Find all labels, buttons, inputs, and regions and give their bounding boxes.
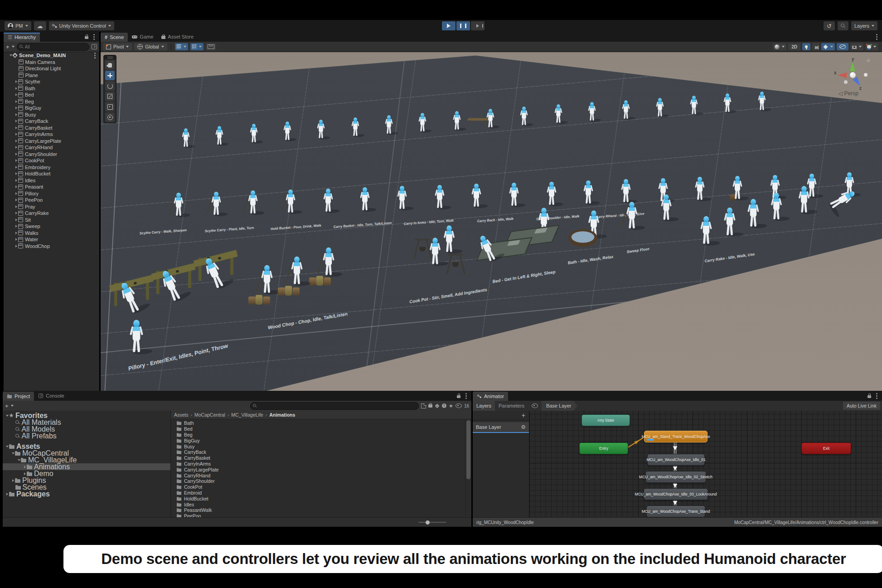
animator-layers-tab[interactable]: Layers	[473, 401, 495, 411]
expand-arrow-icon[interactable]	[15, 140, 17, 142]
expand-arrow-icon[interactable]	[15, 192, 17, 195]
hierarchy-root-item[interactable]: Scene_Demo_MAIN	[4, 52, 99, 59]
project-folder-row[interactable]: Beg	[176, 432, 465, 438]
expand-arrow-icon[interactable]	[6, 493, 8, 496]
expand-arrow-icon[interactable]	[24, 472, 26, 475]
gizmo-knob[interactable]	[844, 80, 848, 84]
hierarchy-item[interactable]: Beg	[4, 98, 99, 105]
breadcrumb-segment[interactable]: Assets	[174, 412, 189, 418]
hierarchy-item[interactable]: CarryLargePlate	[4, 138, 99, 145]
hierarchy-item[interactable]: CarryRake	[4, 210, 99, 217]
expand-arrow-icon[interactable]	[15, 225, 17, 228]
scene-prop-logs[interactable]	[309, 273, 331, 285]
project-folder-row[interactable]: CarryRHand	[176, 472, 465, 478]
breadcrumb-segment[interactable]: Animations	[269, 412, 295, 418]
pause-button[interactable]	[456, 21, 470, 30]
expand-arrow-icon[interactable]	[15, 146, 17, 149]
chevron-down-icon[interactable]	[12, 46, 15, 48]
pivot-dropdown[interactable]: Pivot	[103, 43, 132, 50]
expand-arrow-icon[interactable]	[15, 120, 17, 122]
tab-asset-store[interactable]: Asset Store	[157, 32, 198, 42]
kebab-menu-icon[interactable]	[94, 55, 96, 56]
project-folder-row[interactable]: PeasantWalk	[176, 507, 465, 513]
hierarchy-item[interactable]: CarryRHand	[4, 144, 99, 151]
expand-arrow-icon[interactable]	[10, 54, 12, 56]
alert-icon[interactable]: !	[442, 403, 446, 408]
expand-arrow-icon[interactable]	[15, 80, 17, 83]
favorite-star-icon[interactable]: ★	[449, 403, 453, 408]
breadcrumb-segment[interactable]: MC_VillageLife	[231, 412, 263, 418]
project-folder-row[interactable]: Bath	[176, 420, 465, 426]
expand-arrow-icon[interactable]	[15, 159, 17, 162]
move-tool-button[interactable]	[105, 71, 115, 80]
expand-arrow-icon[interactable]	[15, 153, 17, 156]
visibility-eye-icon[interactable]	[456, 403, 462, 408]
expand-arrow-icon[interactable]	[6, 446, 9, 447]
expand-arrow-icon[interactable]	[12, 479, 14, 482]
hierarchy-item[interactable]: BigGuy	[4, 105, 99, 112]
expand-arrow-icon[interactable]	[15, 172, 17, 175]
scene-prop-logs[interactable]	[278, 284, 300, 296]
base-layer-item[interactable]: Base Layer ⚙	[473, 422, 529, 432]
tab-game[interactable]: Game	[128, 32, 157, 42]
open-in-new-icon[interactable]	[421, 403, 426, 408]
expand-arrow-icon[interactable]	[15, 205, 17, 208]
hierarchy-item[interactable]: PeePoo	[4, 197, 99, 204]
undo-history-button[interactable]: ↺	[824, 21, 835, 30]
hierarchy-item[interactable]: Sit	[4, 217, 99, 224]
camera-dropdown[interactable]	[850, 43, 863, 50]
project-folder-row[interactable]: Embroid	[176, 490, 465, 496]
scale-tool-button[interactable]	[105, 92, 115, 101]
expand-arrow-icon[interactable]	[12, 452, 15, 454]
breadcrumb-segment[interactable]: MoCapCentral	[194, 412, 225, 418]
expand-arrow-icon[interactable]	[15, 166, 17, 169]
hidden-objects-toggle[interactable]	[837, 43, 848, 50]
icon-size-slider[interactable]	[418, 522, 446, 523]
animator-graph[interactable]: Any StateEntryMCU_am_Stand_Trans_WoodCho…	[529, 411, 882, 518]
perspective-label[interactable]: ◁ Persp	[838, 90, 858, 97]
hierarchy-item[interactable]: Peasant	[4, 184, 99, 190]
project-folder-row[interactable]: CarryBasket	[176, 455, 465, 461]
project-search-input[interactable]	[251, 403, 418, 409]
expand-arrow-icon[interactable]	[15, 212, 17, 214]
palette-grip[interactable]	[104, 55, 116, 59]
project-folder-row[interactable]: CarryBack	[176, 449, 465, 455]
chevron-down-icon[interactable]	[11, 405, 14, 407]
expand-arrow-icon[interactable]	[15, 238, 17, 241]
animator-breadcrumb[interactable]: Base Layer	[542, 401, 578, 411]
expand-arrow-icon[interactable]	[15, 107, 17, 109]
gear-icon[interactable]: ⚙	[521, 424, 526, 430]
lock-icon[interactable]	[457, 395, 460, 398]
expand-arrow-icon[interactable]	[18, 459, 20, 461]
account-button[interactable]: PM	[5, 21, 31, 30]
rotate-tool-button[interactable]	[105, 81, 115, 91]
add-object-button[interactable]: +	[6, 44, 10, 50]
hierarchy-item[interactable]: CarryBasket	[4, 125, 99, 131]
hand-tool-button[interactable]	[105, 60, 115, 70]
global-dropdown[interactable]: Global	[134, 43, 167, 50]
expand-arrow-icon[interactable]	[15, 179, 17, 182]
project-tree-item[interactable]: MC_VillageLife	[3, 457, 170, 463]
hierarchy-item[interactable]: Sweep	[4, 223, 99, 230]
gizmo-knob[interactable]	[864, 73, 867, 77]
hierarchy-search-input[interactable]	[17, 44, 89, 50]
expand-arrow-icon[interactable]	[15, 93, 17, 96]
gizmo-center[interactable]	[850, 72, 856, 78]
play-button[interactable]	[442, 21, 456, 30]
expand-arrow-icon[interactable]	[15, 113, 17, 116]
scene-prop-bath[interactable]	[568, 229, 597, 248]
lock-icon[interactable]	[867, 395, 871, 398]
tag-icon[interactable]	[435, 403, 440, 408]
hierarchy-item[interactable]: Embroidery	[4, 164, 99, 171]
hierarchy-item[interactable]: Water	[4, 236, 99, 243]
hierarchy-item[interactable]: CarryShoulder	[4, 151, 99, 158]
hierarchy-item[interactable]: Main Camera	[4, 59, 99, 66]
project-tree-item[interactable]: Animations	[3, 463, 170, 470]
picking-toggle-icon[interactable]	[92, 44, 97, 49]
shading-mode-dropdown[interactable]	[773, 43, 786, 50]
package-icon[interactable]	[428, 404, 432, 408]
hierarchy-item[interactable]: Walks	[4, 230, 99, 237]
animator-state-i4[interactable]: MCU_am_WoodChopAxe_Trans_Stand	[646, 505, 705, 517]
expand-arrow-icon[interactable]	[24, 466, 26, 468]
animator-parameters-tab[interactable]: Parameters	[495, 401, 528, 411]
